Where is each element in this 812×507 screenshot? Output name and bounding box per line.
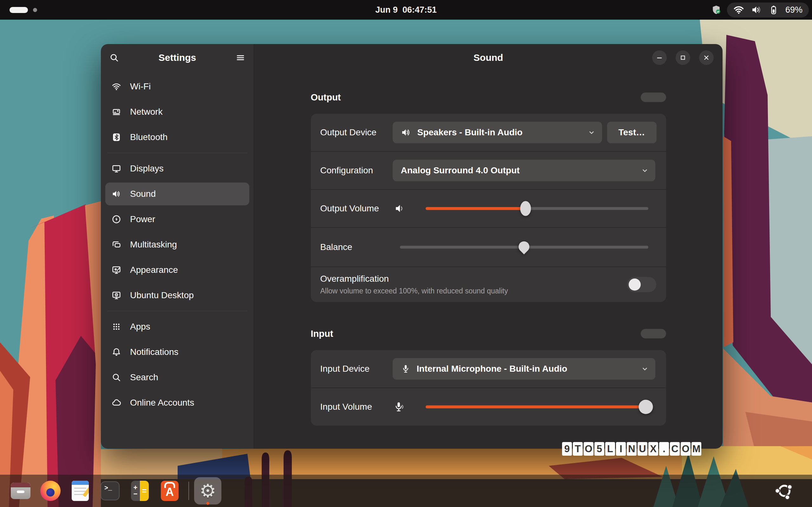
dock: >_ +−= A ⚙ [0, 475, 812, 507]
output-volume-label: Output Volume [320, 204, 379, 214]
input-volume-slider[interactable] [426, 388, 648, 426]
configuration-dropdown[interactable]: Analog Surround 4.0 Output [393, 160, 655, 181]
sidebar-item-appearance[interactable]: Appearance [105, 259, 249, 281]
sidebar-item-label: Ubuntu Desktop [130, 290, 194, 300]
sidebar-item-wifi[interactable]: Wi-Fi [105, 75, 249, 98]
firefox-icon [40, 481, 61, 501]
overamplification-toggle[interactable] [627, 277, 656, 292]
sidebar-item-label: Power [130, 214, 155, 224]
power-icon [111, 215, 122, 224]
network-icon [111, 107, 122, 117]
sidebar-item-sound[interactable]: Sound [105, 182, 249, 205]
workspace-dot[interactable] [33, 8, 37, 12]
slider-track[interactable] [426, 406, 648, 408]
dock-item-ubuntu-software[interactable]: A [156, 477, 183, 504]
configuration-row: Configuration Analog Surround 4.0 Output [311, 152, 666, 189]
terminal-icon: >_ [101, 481, 119, 500]
sidebar-item-multitasking[interactable]: Multitasking [105, 233, 249, 256]
sidebar-title: Settings [159, 52, 196, 63]
apps-grid-icon [111, 322, 122, 331]
sidebar-item-label: Bluetooth [130, 132, 167, 142]
sidebar-item-search[interactable]: Search [105, 366, 249, 389]
input-volume-label: Input Volume [320, 402, 372, 412]
balance-handle[interactable] [516, 239, 531, 255]
sidebar-item-bluetooth[interactable]: Bluetooth [105, 126, 249, 149]
wifi-icon [111, 82, 122, 91]
overamplification-row: Overamplification Allow volume to exceed… [311, 267, 666, 302]
sidebar-item-label: Network [130, 107, 163, 117]
sidebar-item-label: Sound [130, 189, 156, 199]
system-status-menu[interactable]: 69% [727, 3, 809, 17]
pane-header: Sound [254, 44, 722, 71]
sidebar-item-displays[interactable]: Displays [105, 157, 249, 180]
configuration-value: Analog Surround 4.0 Output [401, 165, 520, 176]
sidebar-item-online-accounts[interactable]: Online Accounts [105, 391, 249, 414]
sidebar-item-label: Wi-Fi [130, 81, 151, 92]
gear-icon: ⚙ [200, 482, 216, 500]
page-title: Sound [473, 52, 503, 63]
input-device-value: Internal Microphone - Built-in Audio [417, 364, 567, 374]
appearance-icon [111, 265, 122, 275]
microphone-sensitivity-icon [394, 401, 405, 412]
output-volume-handle[interactable] [520, 201, 531, 216]
watermark-letter: O [583, 442, 594, 456]
sidebar-item-label: Multitasking [130, 239, 177, 250]
main-menu-button[interactable] [232, 49, 249, 66]
sidebar-header: Settings [101, 44, 254, 71]
sidebar-list: Wi-Fi Network Bluetooth [101, 71, 254, 417]
calculator-icon: +−= [131, 481, 149, 501]
close-button[interactable] [699, 50, 714, 65]
watermark-letter: X [648, 442, 658, 456]
dock-item-firefox[interactable] [37, 477, 64, 504]
dock-item-calculator[interactable]: +−= [126, 477, 154, 504]
watermark-letter: 9 [562, 442, 572, 456]
minimize-button[interactable] [652, 50, 667, 65]
text-editor-icon [72, 481, 89, 501]
output-level-meter [641, 93, 666, 102]
workspace-indicator[interactable] [9, 0, 37, 20]
sidebar-item-label: Appearance [130, 265, 178, 275]
sound-icon [111, 189, 122, 199]
output-volume-slider[interactable] [426, 190, 648, 227]
input-volume-handle[interactable] [639, 400, 653, 414]
balance-slider[interactable] [400, 228, 648, 267]
watermark-letter: 5 [595, 442, 604, 456]
show-apps-button[interactable] [771, 477, 798, 504]
input-volume-row: Input Volume [311, 388, 666, 426]
ubuntu-software-icon: A [161, 481, 179, 501]
chevron-down-icon [641, 166, 649, 175]
dock-divider [189, 482, 189, 500]
bluetooth-icon [111, 132, 122, 142]
search-button[interactable] [106, 49, 122, 66]
sidebar-item-apps[interactable]: Apps [105, 315, 249, 338]
slider-track[interactable] [426, 207, 648, 210]
top-bar: Jun 9 06:47:51 [0, 0, 812, 20]
test-speakers-button[interactable]: Test… [607, 122, 657, 143]
sidebar-item-power[interactable]: Power [105, 208, 249, 231]
dock-item-settings[interactable]: ⚙ [194, 477, 221, 504]
maximize-button[interactable] [676, 50, 690, 65]
clock-menu[interactable]: Jun 9 06:47:51 [375, 0, 437, 20]
sidebar-item-network[interactable]: Network [105, 101, 249, 123]
ubuntu-logo-icon [775, 482, 794, 500]
dock-item-text-editor[interactable] [67, 477, 94, 504]
balance-label: Balance [320, 242, 352, 252]
workspace-active-pill[interactable] [9, 7, 28, 13]
sidebar-item-notifications[interactable]: Notifications [105, 341, 249, 363]
watermark-letter: I [616, 442, 626, 456]
dock-item-files[interactable] [7, 477, 34, 504]
cloud-icon [111, 398, 122, 407]
chevron-down-icon [641, 365, 649, 373]
bell-icon [111, 347, 122, 357]
dock-item-terminal[interactable]: >_ [96, 477, 124, 504]
sidebar-item-ubuntu-desktop[interactable]: Ubuntu Desktop [105, 284, 249, 307]
search-icon [111, 373, 122, 382]
speaker-low-icon [394, 203, 405, 214]
sidebar-divider [107, 311, 247, 311]
output-device-row: Output Device Speakers - Built-in Audio [311, 114, 666, 151]
overamplification-description: Allow volume to exceed 100%, with reduce… [320, 287, 508, 295]
sidebar-item-label: Apps [130, 322, 150, 332]
output-device-value: Speakers - Built-in Audio [417, 127, 523, 137]
input-device-dropdown[interactable]: Internal Microphone - Built-in Audio [393, 358, 655, 380]
output-device-dropdown[interactable]: Speakers - Built-in Audio [393, 122, 602, 143]
